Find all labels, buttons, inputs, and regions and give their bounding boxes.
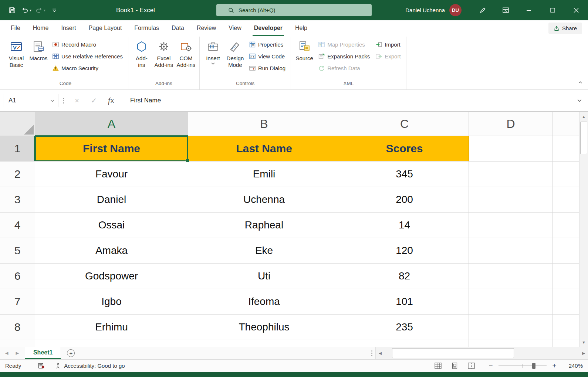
row-header-partial[interactable]: [0, 340, 35, 347]
cell-B8[interactable]: Theophilus: [188, 315, 340, 340]
cell-A8[interactable]: Erhimu: [35, 315, 188, 340]
row-header-3[interactable]: 3: [0, 187, 35, 213]
page-break-preview-button[interactable]: [468, 363, 475, 369]
column-header-C[interactable]: C: [340, 112, 469, 136]
sheet-tab-sheet1[interactable]: Sheet1: [25, 347, 61, 359]
vertical-scroll-track[interactable]: [579, 121, 588, 338]
zoom-slider-thumb[interactable]: [532, 363, 535, 369]
redo-dropdown-icon[interactable]: ▾: [44, 9, 45, 12]
cell-C7[interactable]: 101: [340, 289, 469, 315]
cell-partial[interactable]: [340, 340, 469, 347]
excel-addins-button[interactable]: Excel Add-ins: [153, 37, 175, 78]
previous-sheet-arrow[interactable]: ◀: [5, 351, 8, 356]
cell-partial[interactable]: [469, 340, 553, 347]
accessibility-status[interactable]: Accessibility: Good to go: [55, 363, 125, 369]
insert-function-button[interactable]: fx: [102, 94, 119, 107]
macro-security-button[interactable]: Macro Security: [53, 64, 123, 72]
cell-C4[interactable]: 14: [340, 213, 469, 238]
addins-button[interactable]: Add- ins: [131, 37, 153, 78]
cell-B5[interactable]: Eke: [188, 238, 340, 264]
close-button[interactable]: [564, 0, 588, 20]
share-button[interactable]: Share: [548, 23, 582, 34]
row-header-6[interactable]: 6: [0, 264, 35, 289]
zoom-level[interactable]: 240%: [565, 363, 583, 369]
cancel-entry-button[interactable]: ×: [68, 94, 85, 107]
namebox-resize-handle[interactable]: [58, 98, 68, 103]
cell-C8[interactable]: 235: [340, 315, 469, 340]
vertical-scroll-thumb[interactable]: [580, 122, 587, 154]
cell-D8[interactable]: [469, 315, 553, 340]
view-code-button[interactable]: View Code: [249, 52, 285, 60]
use-relative-references-button[interactable]: Use Relative References: [53, 52, 123, 60]
cell-A4[interactable]: Ossai: [35, 213, 188, 238]
cell-A7[interactable]: Igbo: [35, 289, 188, 315]
cell-C1[interactable]: Scores: [340, 136, 469, 162]
cell-D4[interactable]: [469, 213, 553, 238]
cell-D1[interactable]: [469, 136, 553, 162]
row-header-5[interactable]: 5: [0, 238, 35, 264]
search-box[interactable]: Search (Alt+Q): [216, 4, 372, 16]
ribbon-tab-file[interactable]: File: [4, 20, 27, 36]
scroll-left-arrow[interactable]: ◀: [376, 347, 385, 359]
scroll-down-arrow[interactable]: ▼: [579, 338, 588, 347]
next-sheet-arrow[interactable]: ▶: [16, 351, 18, 356]
visual-basic-button[interactable]: Visual Basic: [5, 37, 27, 78]
maximize-button[interactable]: [541, 0, 564, 20]
cell-B2[interactable]: Emili: [188, 162, 340, 187]
cell-C5[interactable]: 120: [340, 238, 469, 264]
ribbon-tab-help[interactable]: Help: [289, 20, 314, 36]
cell-A2[interactable]: Favour: [35, 162, 188, 187]
cell-B6[interactable]: Uti: [188, 264, 340, 289]
horizontal-scrollbar[interactable]: ◀ ▶: [375, 347, 588, 359]
horizontal-scroll-track[interactable]: [385, 347, 579, 359]
user-name[interactable]: Daniel Uchenna: [405, 7, 445, 13]
macro-recording-button[interactable]: [38, 363, 44, 368]
avatar[interactable]: DU: [449, 4, 462, 16]
cell-D2[interactable]: [469, 162, 553, 187]
tab-scroll-splitter[interactable]: [368, 347, 375, 359]
zoom-in-button[interactable]: +: [552, 362, 557, 370]
zoom-slider[interactable]: [499, 366, 547, 366]
row-header-2[interactable]: 2: [0, 162, 35, 187]
import-button[interactable]: Import: [376, 40, 401, 48]
horizontal-scroll-thumb[interactable]: [392, 348, 514, 358]
row-header-7[interactable]: 7: [0, 289, 35, 315]
cell-A6[interactable]: Godspower: [35, 264, 188, 289]
zoom-out-button[interactable]: −: [488, 362, 493, 370]
design-mode-button[interactable]: Design Mode: [224, 37, 246, 78]
cell-B7[interactable]: Ifeoma: [188, 289, 340, 315]
cell-D5[interactable]: [469, 238, 553, 264]
ribbon-tab-data[interactable]: Data: [165, 20, 190, 36]
ribbon-tab-home[interactable]: Home: [27, 20, 55, 36]
insert-control-button[interactable]: Insert: [202, 37, 224, 78]
export-button[interactable]: Export: [376, 52, 401, 60]
cell-partial[interactable]: [188, 340, 340, 347]
cell-B4[interactable]: Rapheal: [188, 213, 340, 238]
confirm-entry-button[interactable]: ✓: [85, 94, 102, 107]
com-addins-button[interactable]: COM Add-ins: [175, 37, 197, 78]
normal-view-button[interactable]: [435, 363, 442, 369]
properties-button[interactable]: Properties: [249, 40, 285, 48]
undo-dropdown-icon[interactable]: ▾: [30, 9, 31, 12]
scroll-right-arrow[interactable]: ▶: [579, 347, 588, 359]
collapse-ribbon-button[interactable]: [578, 80, 583, 86]
column-header-B[interactable]: B: [188, 112, 340, 136]
cell-C2[interactable]: 345: [340, 162, 469, 187]
source-button[interactable]: Source: [293, 37, 315, 78]
scroll-up-arrow[interactable]: ▲: [579, 112, 588, 121]
formula-input[interactable]: First Name: [123, 97, 574, 104]
customize-qat-button[interactable]: [48, 4, 61, 17]
cell-B3[interactable]: Uchenna: [188, 187, 340, 213]
row-header-4[interactable]: 4: [0, 213, 35, 238]
redo-button[interactable]: ▾: [34, 4, 47, 17]
row-header-1[interactable]: 1: [0, 136, 35, 162]
cell-partial[interactable]: [35, 340, 188, 347]
cell-D6[interactable]: [469, 264, 553, 289]
row-header-8[interactable]: 8: [0, 315, 35, 340]
ribbon-display-options-button[interactable]: [494, 0, 517, 20]
undo-button[interactable]: ▾: [20, 4, 33, 17]
run-dialog-button[interactable]: Run Dialog: [249, 64, 285, 72]
cell-D7[interactable]: [469, 289, 553, 315]
map-properties-button[interactable]: Map Properties: [318, 40, 370, 48]
refresh-data-button[interactable]: Refresh Data: [318, 64, 370, 72]
